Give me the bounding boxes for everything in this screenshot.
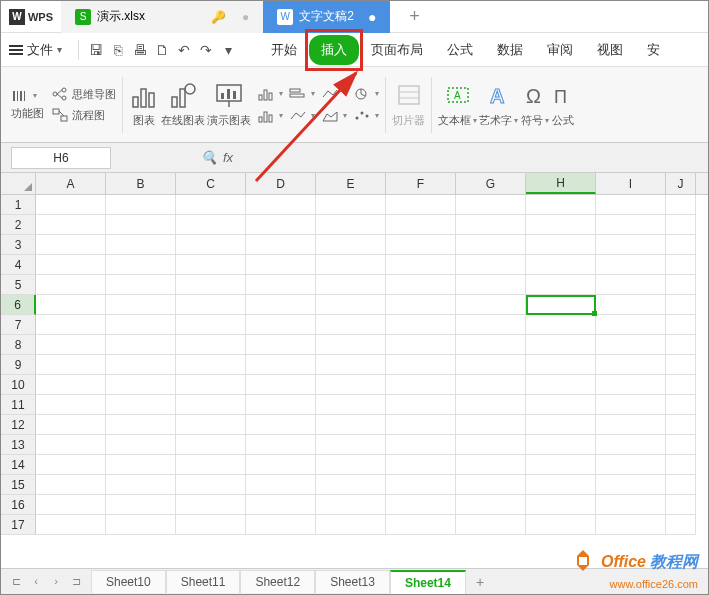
col-D[interactable]: D bbox=[246, 173, 316, 194]
cell[interactable] bbox=[316, 315, 386, 335]
sheet-tab[interactable]: Sheet13 bbox=[315, 570, 390, 593]
cell[interactable] bbox=[596, 215, 666, 235]
cell[interactable] bbox=[246, 255, 316, 275]
cell[interactable] bbox=[666, 495, 696, 515]
cell[interactable] bbox=[316, 455, 386, 475]
cell[interactable] bbox=[36, 435, 106, 455]
cell[interactable] bbox=[456, 455, 526, 475]
row-header[interactable]: 15 bbox=[1, 475, 36, 495]
cell[interactable] bbox=[176, 495, 246, 515]
cell[interactable] bbox=[456, 375, 526, 395]
cell[interactable] bbox=[386, 295, 456, 315]
cell[interactable] bbox=[386, 515, 456, 535]
col-G[interactable]: G bbox=[456, 173, 526, 194]
cell[interactable] bbox=[36, 235, 106, 255]
cell[interactable] bbox=[316, 475, 386, 495]
cell[interactable] bbox=[246, 475, 316, 495]
cell[interactable] bbox=[36, 455, 106, 475]
row-header[interactable]: 6 bbox=[1, 295, 36, 315]
cell[interactable] bbox=[386, 195, 456, 215]
cell[interactable] bbox=[666, 375, 696, 395]
cell[interactable] bbox=[316, 495, 386, 515]
pre-chart-button[interactable]: 演示图表 bbox=[207, 81, 251, 128]
cell[interactable] bbox=[246, 355, 316, 375]
cell[interactable] bbox=[106, 455, 176, 475]
col-I[interactable]: I bbox=[596, 173, 666, 194]
cell[interactable] bbox=[526, 335, 596, 355]
cell[interactable] bbox=[176, 315, 246, 335]
cell[interactable] bbox=[526, 515, 596, 535]
cell[interactable] bbox=[106, 255, 176, 275]
cell[interactable] bbox=[456, 295, 526, 315]
cell[interactable] bbox=[666, 255, 696, 275]
symbol-button[interactable]: Ω 符号▾ bbox=[520, 81, 550, 128]
cell[interactable] bbox=[106, 375, 176, 395]
cell[interactable] bbox=[526, 295, 596, 315]
cell[interactable] bbox=[526, 355, 596, 375]
cell[interactable] bbox=[106, 495, 176, 515]
tab-more[interactable]: 安 bbox=[635, 35, 672, 65]
tab-close-icon[interactable]: ● bbox=[242, 10, 249, 24]
cell[interactable] bbox=[176, 295, 246, 315]
cell[interactable] bbox=[666, 235, 696, 255]
row-header[interactable]: 7 bbox=[1, 315, 36, 335]
cell[interactable] bbox=[526, 255, 596, 275]
tab-view[interactable]: 视图 bbox=[585, 35, 635, 65]
cell[interactable] bbox=[666, 195, 696, 215]
cell[interactable] bbox=[666, 315, 696, 335]
cell[interactable] bbox=[36, 495, 106, 515]
cell[interactable] bbox=[106, 275, 176, 295]
cell[interactable] bbox=[106, 235, 176, 255]
textbox-button[interactable]: A 文本框▾ bbox=[438, 81, 477, 128]
cell[interactable] bbox=[316, 435, 386, 455]
cell[interactable] bbox=[36, 195, 106, 215]
sheet-next-icon[interactable]: › bbox=[47, 575, 65, 588]
print-icon[interactable]: 🖶 bbox=[129, 42, 151, 58]
cell[interactable] bbox=[666, 295, 696, 315]
cell[interactable] bbox=[36, 475, 106, 495]
cell[interactable] bbox=[386, 235, 456, 255]
row-header[interactable]: 9 bbox=[1, 355, 36, 375]
name-box[interactable]: H6 bbox=[11, 147, 111, 169]
open-icon[interactable]: ⎘ bbox=[107, 42, 129, 58]
wordart-button[interactable]: A 艺术字▾ bbox=[479, 81, 518, 128]
fx-area[interactable]: 🔍 fx bbox=[201, 150, 233, 165]
cell[interactable] bbox=[36, 375, 106, 395]
row-header[interactable]: 14 bbox=[1, 455, 36, 475]
row-header[interactable]: 13 bbox=[1, 435, 36, 455]
cell[interactable] bbox=[246, 295, 316, 315]
sheet-tab-active[interactable]: Sheet14 bbox=[390, 570, 466, 594]
cell[interactable] bbox=[316, 335, 386, 355]
cell[interactable] bbox=[316, 215, 386, 235]
area-chart-button[interactable]: ▾ bbox=[321, 109, 347, 123]
cell[interactable] bbox=[386, 415, 456, 435]
cell[interactable] bbox=[386, 455, 456, 475]
cell[interactable] bbox=[176, 235, 246, 255]
dropdown-icon[interactable]: ▾ bbox=[217, 42, 239, 58]
col-C[interactable]: C bbox=[176, 173, 246, 194]
cell[interactable] bbox=[176, 475, 246, 495]
line-chart-button-2[interactable]: ▾ bbox=[289, 109, 315, 123]
cell[interactable] bbox=[36, 295, 106, 315]
cell[interactable] bbox=[666, 455, 696, 475]
cell[interactable] bbox=[176, 375, 246, 395]
formula-button[interactable]: Π 公式 bbox=[552, 81, 574, 128]
online-chart-button[interactable]: 在线图表 bbox=[161, 81, 205, 128]
cell[interactable] bbox=[526, 375, 596, 395]
cell[interactable] bbox=[316, 195, 386, 215]
cell[interactable] bbox=[246, 415, 316, 435]
cell[interactable] bbox=[36, 315, 106, 335]
cell[interactable] bbox=[246, 335, 316, 355]
cell[interactable] bbox=[386, 215, 456, 235]
new-tab-button[interactable]: + bbox=[398, 6, 430, 27]
sheet-tab[interactable]: Sheet10 bbox=[91, 570, 166, 593]
cell[interactable] bbox=[316, 295, 386, 315]
cell[interactable] bbox=[666, 475, 696, 495]
cell[interactable] bbox=[456, 275, 526, 295]
cell[interactable] bbox=[386, 395, 456, 415]
cell[interactable] bbox=[106, 415, 176, 435]
slicer-button[interactable]: 切片器 bbox=[392, 81, 425, 128]
cell[interactable] bbox=[456, 435, 526, 455]
cell[interactable] bbox=[316, 235, 386, 255]
cell[interactable] bbox=[456, 475, 526, 495]
